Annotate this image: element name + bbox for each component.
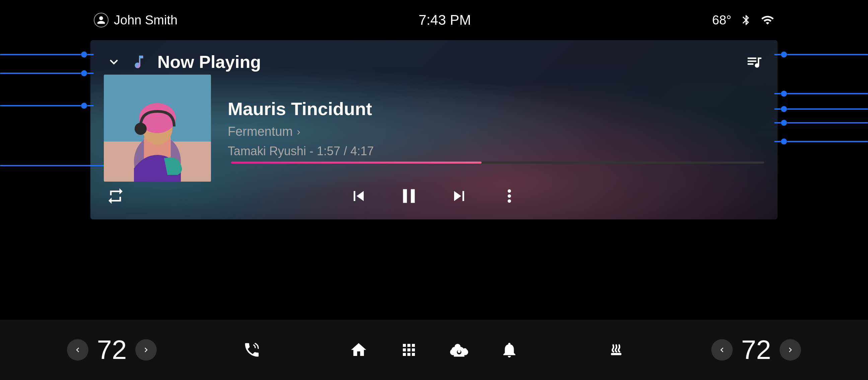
bluetooth-icon — [739, 13, 753, 27]
signal-icon — [761, 13, 774, 27]
more-options-button[interactable] — [498, 184, 521, 208]
progress-fill — [231, 162, 482, 164]
apps-button[interactable] — [397, 338, 421, 361]
now-playing-title: Now Playing — [157, 52, 261, 72]
notification-button[interactable] — [498, 338, 521, 361]
username: John Smith — [114, 13, 178, 27]
music-note-icon — [131, 54, 147, 70]
track-info: Mauris Tincidunt Fermentum › Tamaki Ryus… — [211, 98, 764, 158]
status-time: 7:43 PM — [418, 12, 471, 28]
player-header-right — [744, 52, 764, 72]
track-name: Mauris Tincidunt — [228, 98, 764, 119]
left-temp-decrease[interactable] — [67, 339, 88, 360]
deco-slider-right-5 — [774, 138, 868, 144]
control-left — [104, 184, 127, 208]
track-album[interactable]: Fermentum › — [228, 125, 764, 139]
svg-rect-7 — [611, 353, 622, 355]
album-name: Fermentum — [228, 125, 293, 139]
queue-button[interactable] — [744, 52, 764, 72]
collapse-button[interactable] — [104, 52, 124, 72]
player-header-left: Now Playing — [104, 52, 261, 72]
progress-bar[interactable] — [231, 162, 764, 164]
svg-point-6 — [135, 123, 147, 135]
next-button[interactable] — [447, 184, 471, 208]
deco-slider-right-2 — [774, 91, 868, 97]
deco-slider-right-1 — [774, 51, 868, 58]
bottom-controls-bar: 72 — [0, 320, 868, 380]
left-temp-increase[interactable] — [135, 339, 157, 360]
status-bar: John Smith 7:43 PM 68° — [0, 0, 868, 40]
heat-icon[interactable] — [604, 338, 628, 361]
fan-button[interactable] — [447, 338, 471, 361]
temperature: 68° — [712, 13, 732, 27]
album-chevron-icon: › — [297, 126, 300, 138]
prev-button[interactable] — [347, 184, 370, 208]
left-temp-control: 72 — [67, 335, 157, 365]
bottom-nav-icons — [347, 338, 521, 361]
home-button[interactable] — [347, 338, 370, 361]
deco-slider-right-4 — [774, 120, 868, 126]
control-center — [347, 184, 521, 208]
deco-slider-2 — [0, 70, 94, 76]
right-temp-value: 72 — [736, 335, 776, 365]
repeat-button[interactable] — [104, 184, 127, 208]
right-temp-control: 72 — [711, 335, 801, 365]
phone-icon[interactable] — [240, 338, 264, 361]
deco-slider-3 — [0, 103, 94, 109]
right-temp-increase[interactable] — [780, 339, 801, 360]
progress-area — [104, 152, 764, 173]
pause-button[interactable] — [397, 184, 421, 208]
user-icon — [94, 13, 108, 27]
deco-slider-right-3 — [774, 106, 868, 112]
player-card: Now Playing — [90, 40, 778, 219]
deco-slider-1 — [0, 51, 94, 58]
status-left: John Smith — [94, 13, 178, 27]
status-right: 68° — [712, 13, 774, 27]
player-controls — [90, 173, 778, 219]
left-temp-value: 72 — [92, 335, 132, 365]
right-temp-decrease[interactable] — [711, 339, 733, 360]
